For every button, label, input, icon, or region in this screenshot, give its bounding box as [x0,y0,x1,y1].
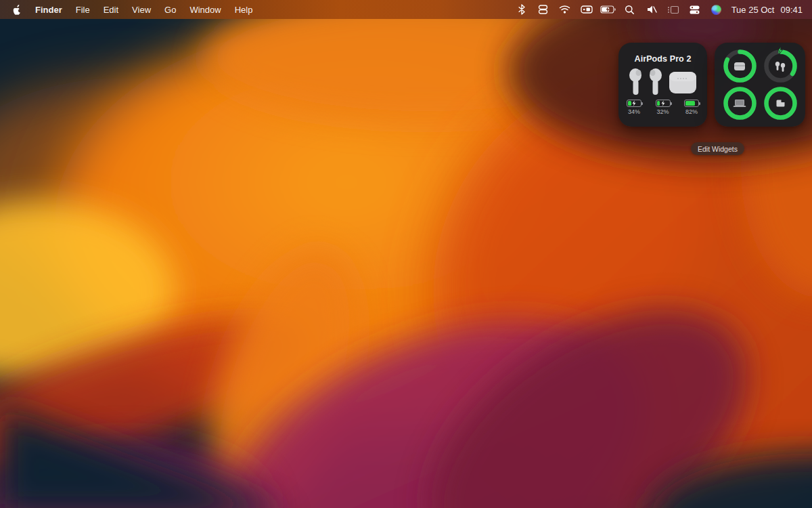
menu-finder[interactable]: Finder [28,0,69,19]
battery-pill-icon [656,100,671,107]
bluetooth-icon[interactable] [514,0,530,19]
airpods-mini-icon [762,47,799,85]
ring-keyboard-device [762,85,799,122]
case-battery: 82% [684,100,699,115]
device-mini-icon [762,85,799,122]
menu-help[interactable]: Help [228,0,260,19]
charge-bolt-icon [627,100,641,106]
ring-macbook [721,85,759,122]
right-earbud-percent: 32% [656,108,669,115]
airpods-battery-widget[interactable]: AirPods Pro 2 [618,43,707,127]
menu-edit[interactable]: Edit [97,0,125,19]
menu-go[interactable]: Go [158,0,183,19]
menu-window[interactable]: Window [183,0,227,19]
siri-orb [711,5,721,15]
apple-menu[interactable] [8,4,28,15]
edit-widgets-label: Edit Widgets [698,145,738,153]
ring-airpods [762,47,799,85]
menu-bar: Finder File Edit View Go Window Help [0,0,812,19]
wifi-icon[interactable] [557,0,573,19]
ring-airpods-case [721,47,759,85]
airpods-battery-row: 34% 32% 82% [618,100,707,115]
battery-charging-icon[interactable] [600,0,616,19]
stage-manager-icon[interactable] [687,0,703,19]
airpods-case-mini-icon [721,47,759,85]
layers-stack-icon[interactable] [535,0,551,19]
volume-mute-icon[interactable] [644,0,660,19]
clock-date: Tue 25 Oct [731,5,775,15]
batteries-rings-widget[interactable] [715,43,805,127]
screen-capture-icon[interactable] [579,0,595,19]
airpods-icons [628,66,698,96]
airpods-case-icon [667,68,698,96]
menu-bar-clock[interactable]: Tue 25 Oct 09:41 [730,5,803,15]
left-earbud-percent: 34% [628,108,640,115]
menu-view[interactable]: View [125,0,158,19]
left-earbud-icon [628,68,645,96]
charge-bolt-icon [656,100,670,106]
macbook-mini-icon [721,85,759,122]
apple-logo-icon [12,4,22,15]
edit-widgets-button[interactable]: Edit Widgets [691,142,744,155]
desktop[interactable]: Finder File Edit View Go Window Help [0,0,812,508]
airpods-widget-title: AirPods Pro 2 [635,54,692,64]
siri-icon[interactable] [708,0,725,19]
menu-file[interactable]: File [69,0,97,19]
clock-time: 09:41 [780,5,803,15]
right-earbud-battery: 32% [656,100,671,115]
battery-pill-icon [627,100,641,107]
spotlight-search-icon[interactable] [622,0,638,19]
left-earbud-battery: 34% [627,100,641,115]
battery-pill-icon [684,100,699,107]
window-layout-icon[interactable] [665,0,681,19]
right-earbud-icon [646,68,663,96]
case-percent: 82% [685,108,698,115]
